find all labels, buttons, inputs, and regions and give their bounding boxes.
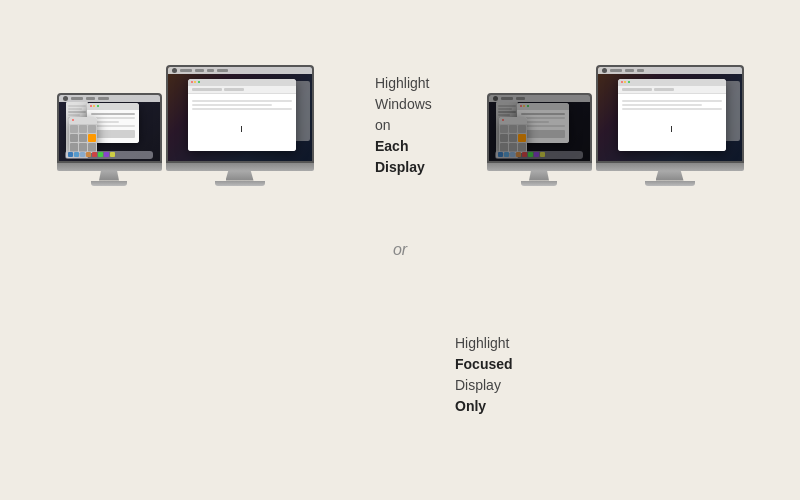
textedit-window — [188, 79, 296, 151]
line — [521, 117, 565, 119]
apple-icon — [493, 96, 498, 101]
toolbar — [188, 86, 296, 94]
menubar — [598, 67, 742, 74]
dock-icon — [540, 152, 545, 157]
dock — [65, 151, 153, 159]
monitor-base — [91, 181, 127, 186]
monitor-base — [521, 181, 557, 186]
monitor-bezel — [487, 163, 592, 171]
menu-item — [180, 69, 192, 72]
monitor-pair-top-left — [57, 65, 314, 186]
menu-item — [207, 69, 214, 72]
dock-dim — [495, 151, 583, 159]
close-dot — [191, 81, 193, 83]
dock-icon — [510, 152, 515, 157]
dock-icon — [80, 152, 85, 157]
close-dot — [621, 81, 623, 83]
monitor-stand — [99, 171, 119, 181]
only-label: Only — [455, 396, 486, 417]
dock-icon — [498, 152, 503, 157]
titlebar — [69, 117, 97, 124]
monitor-large-top-left — [166, 65, 314, 186]
menu-item — [637, 69, 644, 72]
content-line — [91, 125, 135, 127]
focused-window — [618, 79, 726, 151]
on-label: on — [375, 115, 391, 136]
top-left-monitors — [10, 20, 360, 230]
dock-icon — [98, 152, 103, 157]
close-dot — [502, 119, 504, 121]
monitor-pair-bottom-left — [487, 65, 744, 186]
calculator-dim — [499, 117, 527, 153]
menu-item — [516, 97, 525, 100]
screen-inner — [59, 95, 160, 161]
minimize-dot — [523, 105, 525, 107]
calc-buttons — [69, 124, 97, 153]
titlebar — [517, 103, 569, 110]
close-dot — [90, 105, 92, 107]
minimize-dot — [624, 81, 626, 83]
dock-icon — [110, 152, 115, 157]
close-dot — [72, 119, 74, 121]
line — [521, 125, 565, 127]
screen-inner — [168, 67, 312, 161]
dock-icon-finder — [68, 152, 73, 157]
or-row: or — [10, 230, 790, 270]
dock-icon — [86, 152, 91, 157]
monitor-small-top-left — [57, 93, 162, 186]
menu-item — [501, 97, 513, 100]
toolbar — [618, 86, 726, 94]
menu-item — [195, 69, 204, 72]
apple-icon — [172, 68, 177, 73]
monitor-bezel — [57, 163, 162, 171]
calc-grid — [499, 124, 527, 153]
dock-icon — [522, 152, 527, 157]
monitor-bezel — [166, 163, 314, 171]
menubar — [59, 95, 160, 102]
titlebar — [188, 79, 296, 86]
dock-icon — [92, 152, 97, 157]
content-line — [91, 113, 135, 115]
dock-icon — [516, 152, 521, 157]
display-label-2: Display — [455, 375, 501, 396]
bottom-left-monitors — [440, 20, 790, 230]
windows-label: Windows — [375, 94, 432, 115]
dock-icon — [534, 152, 539, 157]
doc-area — [618, 94, 726, 151]
dock-icon — [528, 152, 533, 157]
menubar — [168, 67, 312, 74]
monitor-stand — [226, 171, 254, 181]
monitor-base — [645, 181, 695, 186]
monitor-stand — [656, 171, 684, 181]
apple-icon — [63, 96, 68, 101]
titlebar — [499, 117, 527, 124]
dock-icon — [504, 152, 509, 157]
main-layout: Highlight Windows on Each Display or — [0, 0, 800, 500]
dock-icon — [74, 152, 79, 157]
img-placeholder — [521, 130, 565, 138]
menubar — [489, 95, 590, 102]
menu-item — [610, 69, 622, 72]
close-dot — [520, 105, 522, 107]
line — [521, 113, 565, 115]
focused-label: Focused — [455, 354, 513, 375]
menu-item — [625, 69, 634, 72]
bottom-right-description: Highlight Focused Display Only — [440, 270, 790, 480]
maximize-dot — [198, 81, 200, 83]
or-label: or — [393, 241, 407, 259]
minimize-dot — [93, 105, 95, 107]
titlebar — [87, 103, 139, 110]
screen-inner-focused — [598, 67, 742, 161]
top-right-description: Highlight Windows on Each Display — [360, 20, 440, 230]
menu-item — [86, 97, 95, 100]
document-area — [188, 94, 296, 151]
dock-icon — [104, 152, 109, 157]
image-placeholder — [91, 130, 135, 138]
menu-item — [217, 69, 228, 72]
maximize-dot — [628, 81, 630, 83]
monitor-base — [215, 181, 265, 186]
menu-item — [71, 97, 83, 100]
maximize-dot — [97, 105, 99, 107]
highlight-label: Highlight — [375, 73, 429, 94]
each-label: Each — [375, 136, 408, 157]
